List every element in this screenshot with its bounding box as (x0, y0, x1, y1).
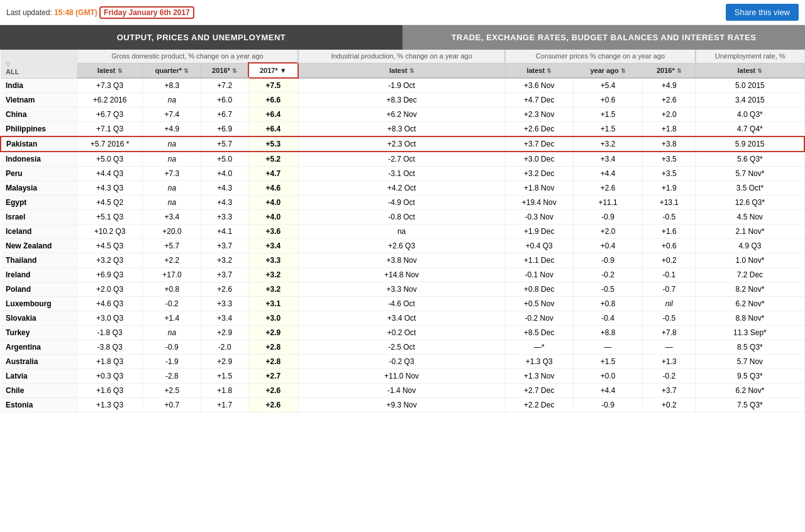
gdp-2017-cell: +3.2 (248, 282, 299, 297)
gdp-2016-cell: +4.1 (201, 224, 248, 239)
cp-2016-cell: +3.5 (643, 167, 696, 181)
unemp-latest-cell: 7.5 Q3* (696, 398, 804, 413)
gdp-2016-cell: +4.3 (201, 196, 248, 210)
last-updated-date: Friday January 6th 2017 (99, 6, 194, 19)
cp-latest-cell: +2.3 Nov (505, 108, 573, 122)
gdp-group-header: Gross domestic product, % change on a ye… (77, 50, 298, 63)
ind-latest-cell: +9.3 Nov (298, 398, 505, 413)
gdp-2016-cell: +3.7 (201, 239, 248, 253)
gdp-quarter-cell: +7.4 (143, 108, 201, 122)
gdp-2016-cell: +6.0 (201, 93, 248, 108)
cp-2016-cell: -0.5 (643, 210, 696, 224)
ind-latest-cell: +8.3 Dec (298, 93, 505, 108)
gdp-quarter-cell: -2.8 (143, 369, 201, 384)
cp-2016-cell: +3.5 (643, 152, 696, 167)
gdp-quarter-cell: +0.8 (143, 282, 201, 297)
unemp-latest-cell: 8.8 Nov* (696, 311, 804, 326)
ind-latest-cell: +2.3 Oct (298, 136, 505, 152)
cp-yearago-cell: -0.2 (573, 268, 642, 282)
industrial-group-header: Industrial production, % change on a yea… (298, 50, 505, 63)
group-header-row: ▽ ALL Gross domestic product, % change o… (1, 50, 804, 63)
col-gdp-2016[interactable]: 2016* ⇅ (201, 63, 248, 78)
gdp-2016-cell: +6.7 (201, 108, 248, 122)
gdp-2016-cell: +6.9 (201, 122, 248, 137)
unemp-latest-cell: 5.0 2015 (696, 78, 804, 93)
unemp-latest-cell: 6.2 Nov* (696, 384, 804, 398)
cp-2016-cell: -0.5 (643, 311, 696, 326)
gdp-2016-cell: +5.7 (201, 136, 248, 152)
table-row: India+7.3 Q3+8.3+7.2+7.5-1.9 Oct+3.6 Nov… (1, 78, 804, 93)
share-button[interactable]: Share this view (726, 4, 799, 21)
gdp-quarter-cell: -0.2 (143, 297, 201, 311)
table-row: Slovakia+3.0 Q3+1.4+3.4+3.0+3.4 Oct-0.2 … (1, 311, 804, 326)
country-cell: Poland (1, 282, 77, 297)
cp-yearago-cell: -0.9 (573, 398, 642, 413)
gdp-quarter-cell: +17.0 (143, 268, 201, 282)
unemp-latest-cell: 3.5 Oct* (696, 181, 804, 196)
unemp-latest-cell: 5.7 Nov (696, 355, 804, 369)
gdp-2017-cell: +2.6 (248, 398, 299, 413)
country-cell: Ireland (1, 268, 77, 282)
gdp-2016-cell: +3.2 (201, 253, 248, 268)
col-cp-yearago[interactable]: year ago ⇅ (573, 63, 642, 78)
gdp-latest-cell: +1.8 Q3 (77, 355, 143, 369)
table-row: Turkey-1.8 Q3na+2.9+2.9+0.2 Oct+8.5 Dec+… (1, 326, 804, 340)
cp-yearago-cell: +3.4 (573, 152, 642, 167)
gdp-latest-cell: +0.3 Q3 (77, 369, 143, 384)
table-row: Iceland+10.2 Q3+20.0+4.1+3.6na+1.9 Dec+2… (1, 224, 804, 239)
cp-2016-cell: -0.1 (643, 268, 696, 282)
ind-latest-cell: +2.6 Q3 (298, 239, 505, 253)
country-cell: New Zealand (1, 239, 77, 253)
table-row: Vietnam+6.2 2016na+6.0+6.6+8.3 Dec+4.7 D… (1, 93, 804, 108)
cp-latest-cell: —* (505, 340, 573, 355)
table-row: Chile+1.6 Q3+2.5+1.8+2.6-1.4 Nov+2.7 Dec… (1, 384, 804, 398)
col-unemp-latest[interactable]: latest ⇅ (696, 63, 804, 78)
unemp-latest-cell: 5.7 Nov* (696, 167, 804, 181)
country-cell: Iceland (1, 224, 77, 239)
unemp-latest-cell: 1.0 Nov* (696, 253, 804, 268)
gdp-quarter-cell: +7.3 (143, 167, 201, 181)
unemployment-group-header: Unemployment rate, % (696, 50, 804, 63)
cp-yearago-cell: +11.1 (573, 196, 642, 210)
cp-yearago-cell: +4.4 (573, 384, 642, 398)
table-row: Thailand+3.2 Q3+2.2+3.2+3.3+3.8 Nov+1.1 … (1, 253, 804, 268)
gdp-2016-cell: -2.0 (201, 340, 248, 355)
cp-yearago-cell: +1.5 (573, 355, 642, 369)
last-updated-label: Last updated: (6, 8, 52, 17)
ind-latest-cell: +3.8 Nov (298, 253, 505, 268)
ind-latest-cell: -0.8 Oct (298, 210, 505, 224)
gdp-quarter-cell: na (143, 152, 201, 167)
col-gdp-2017[interactable]: 2017* ▼ (248, 63, 299, 78)
section-headers: OUTPUT, PRICES AND UNEMPLOYMENT TRADE, E… (0, 25, 805, 50)
unemp-latest-cell: 5.9 2015 (696, 136, 804, 152)
country-cell: Estonia (1, 398, 77, 413)
col-cp-2016[interactable]: 2016* ⇅ (643, 63, 696, 78)
col-cp-latest[interactable]: latest ⇅ (505, 63, 573, 78)
ind-latest-cell: -4.6 Oct (298, 297, 505, 311)
gdp-latest-cell: +6.9 Q3 (77, 268, 143, 282)
col-ind-latest[interactable]: latest ⇅ (298, 63, 505, 78)
country-cell: Latvia (1, 369, 77, 384)
gdp-quarter-cell: +4.9 (143, 122, 201, 137)
ind-latest-cell: +3.3 Nov (298, 282, 505, 297)
country-cell: Australia (1, 355, 77, 369)
section-trade: TRADE, EXCHANGE RATES, BUDGET BALANCES A… (402, 25, 805, 50)
gdp-latest-cell: +4.6 Q3 (77, 297, 143, 311)
country-cell: Argentina (1, 340, 77, 355)
cp-yearago-cell: +5.4 (573, 78, 642, 93)
gdp-latest-cell: +5.0 Q3 (77, 152, 143, 167)
cp-latest-cell: -0.1 Nov (505, 268, 573, 282)
col-gdp-quarter[interactable]: quarter* ⇅ (143, 63, 201, 78)
gdp-quarter-cell: -1.9 (143, 355, 201, 369)
ind-latest-cell: na (298, 224, 505, 239)
gdp-latest-cell: +7.3 Q3 (77, 78, 143, 93)
cp-latest-cell: +0.4 Q3 (505, 239, 573, 253)
cp-yearago-cell: -0.5 (573, 282, 642, 297)
col-gdp-latest[interactable]: latest ⇅ (77, 63, 143, 78)
gdp-2016-cell: +3.3 (201, 297, 248, 311)
cp-latest-cell: +0.5 Nov (505, 297, 573, 311)
table-body: India+7.3 Q3+8.3+7.2+7.5-1.9 Oct+3.6 Nov… (1, 78, 804, 413)
ind-latest-cell: +0.2 Oct (298, 326, 505, 340)
cp-latest-cell: +1.3 Q3 (505, 355, 573, 369)
gdp-latest-cell: +6.2 2016 (77, 93, 143, 108)
